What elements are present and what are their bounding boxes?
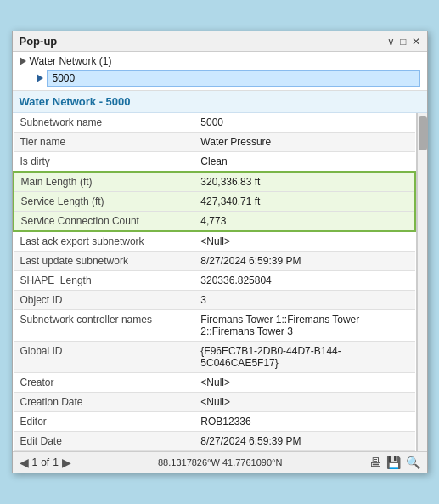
row-value: 3 [194, 291, 414, 310]
title-bar-controls: ∨ □ ✕ [387, 37, 419, 47]
row-label: Subnetwork name [14, 113, 194, 133]
table-row: Edit Date8/27/2024 6:59:39 PM [14, 432, 415, 451]
row-label: Service Connection Count [14, 212, 194, 232]
table-container[interactable]: Subnetwork name5000Tier nameWater Pressu… [13, 113, 417, 451]
table-row: Service Length (ft)427,340.71 ft [14, 192, 415, 212]
row-value: Firemans Tower 1::Firemans Tower 2::Fire… [194, 310, 414, 342]
table-row: Last update subnetwork8/27/2024 6:59:39 … [14, 252, 415, 271]
close-icon[interactable]: ✕ [412, 37, 420, 47]
row-label: Is dirty [14, 152, 194, 173]
table-row: Service Connection Count4,773 [14, 212, 415, 232]
item-expand-icon[interactable] [37, 74, 43, 82]
export-icon[interactable]: 💾 [386, 456, 401, 469]
footer-action-icons: 🖶 💾 🔍 [369, 456, 420, 469]
chevron-down-icon[interactable]: ∨ [387, 37, 395, 47]
table-row: Tier nameWater Pressure [14, 133, 415, 152]
window-title: Pop-up [20, 35, 58, 48]
footer-nav: ◀ 1 of 1 ▶ [20, 456, 71, 469]
row-value: <Null> [194, 231, 414, 252]
row-label: Global ID [14, 342, 194, 373]
table-row: Main Length (ft)320,336.83 ft [14, 172, 415, 192]
info-table: Subnetwork name5000Tier nameWater Pressu… [13, 113, 416, 451]
table-row: Subnetwork name5000 [14, 113, 415, 133]
popup-window: Pop-up ∨ □ ✕ Water Network (1) 5000 Wate… [12, 31, 428, 473]
row-label: SHAPE_Length [14, 271, 194, 291]
table-row: SHAPE_Length320336.825804 [14, 271, 415, 291]
table-row: Is dirtyClean [14, 152, 415, 173]
footer: ◀ 1 of 1 ▶ 88.1317826°W 41.7761090°N 🖶 💾… [13, 451, 427, 473]
row-value: Water Pressure [194, 133, 414, 152]
row-value: 8/27/2024 6:59:39 PM [194, 252, 414, 271]
row-value: 5000 [194, 113, 414, 133]
prev-page-icon[interactable]: ◀ [20, 456, 29, 469]
row-value: <Null> [194, 373, 414, 393]
print-icon[interactable]: 🖶 [369, 456, 381, 469]
restore-icon[interactable]: □ [400, 37, 406, 47]
row-value: <Null> [194, 393, 414, 412]
row-label: Edit Date [14, 432, 194, 451]
page-total: 1 [53, 456, 59, 468]
table-row: Creation Date<Null> [14, 393, 415, 412]
row-label: Last ack export subnetwork [14, 231, 194, 252]
network-tree-label: Water Network (1) [30, 55, 112, 67]
row-label: Editor [14, 412, 194, 432]
row-label: Subnetwork controller names [14, 310, 194, 342]
tree-item-row: 5000 [20, 70, 420, 87]
row-label: Creation Date [14, 393, 194, 412]
expand-tree-icon[interactable] [20, 57, 26, 65]
row-label: Last update subnetwork [14, 252, 194, 271]
scrollbar-thumb[interactable] [419, 116, 427, 150]
table-row: Object ID3 [14, 291, 415, 310]
row-value: 427,340.71 ft [194, 192, 414, 212]
network-tree: Water Network (1) 5000 [13, 52, 427, 91]
zoom-icon[interactable]: 🔍 [406, 456, 420, 469]
selected-tree-item[interactable]: 5000 [47, 70, 420, 87]
row-label: Creator [14, 373, 194, 393]
row-label: Tier name [14, 133, 194, 152]
row-value: 320,336.83 ft [194, 172, 414, 192]
row-value: ROB12336 [194, 412, 414, 432]
page-of-label: of [41, 456, 49, 468]
row-value: Clean [194, 152, 414, 173]
content-area: Subnetwork name5000Tier nameWater Pressu… [13, 113, 427, 451]
title-bar: Pop-up ∨ □ ✕ [13, 31, 427, 52]
row-value: 8/27/2024 6:59:39 PM [194, 432, 414, 451]
table-row: Subnetwork controller namesFiremans Towe… [14, 310, 415, 342]
table-row: Last ack export subnetwork<Null> [14, 231, 415, 252]
network-tree-row: Water Network (1) [20, 55, 420, 67]
next-page-icon[interactable]: ▶ [62, 456, 71, 469]
footer-coordinates: 88.1317826°W 41.7761090°N [158, 457, 282, 467]
page-current: 1 [32, 456, 38, 468]
row-label: Main Length (ft) [14, 172, 194, 192]
scrollbar-track[interactable] [417, 113, 427, 451]
row-label: Service Length (ft) [14, 192, 194, 212]
row-value: {F96EC7B1-2DB0-44D7-B144-5C046CAE5F17} [194, 342, 414, 373]
row-value: 320336.825804 [194, 271, 414, 291]
row-label: Object ID [14, 291, 194, 310]
table-row: Global ID{F96EC7B1-2DB0-44D7-B144-5C046C… [14, 342, 415, 373]
section-header: Water Network - 5000 [13, 91, 427, 113]
table-row: Creator<Null> [14, 373, 415, 393]
table-row: EditorROB12336 [14, 412, 415, 432]
row-value: 4,773 [194, 212, 414, 232]
